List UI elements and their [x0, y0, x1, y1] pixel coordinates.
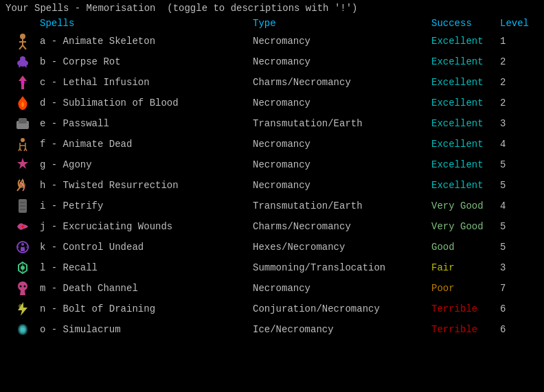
spell-icon-f: [5, 136, 40, 152]
spell-name-d: d - Sublimation of Blood: [40, 97, 253, 108]
svg-point-6: [20, 56, 25, 62]
spell-level-j: 5: [500, 221, 534, 232]
spell-success-k: Good: [431, 242, 500, 253]
spell-type-o: Ice/Necromancy: [253, 324, 431, 335]
table-row[interactable]: i - Petrify Transmutation/Earth Very Goo…: [5, 196, 539, 216]
spell-name-l: l - Recall: [40, 262, 253, 273]
spell-level-o: 6: [500, 324, 534, 335]
svg-point-9: [21, 80, 25, 84]
spell-name-a: a - Animate Skeleton: [40, 36, 253, 47]
table-row[interactable]: f - Animate Dead Necromancy Excellent 4: [5, 135, 539, 154]
spell-type-k: Hexes/Necromancy: [253, 242, 431, 253]
spell-name-c: c - Lethal Infusion: [40, 77, 253, 88]
spell-type-l: Summoning/Translocation: [253, 262, 431, 273]
spell-success-c: Excellent: [431, 77, 500, 88]
header-success: Success: [431, 18, 500, 29]
spell-icon-e: [5, 115, 40, 132]
svg-rect-11: [19, 118, 27, 124]
svg-line-3: [19, 45, 23, 49]
spell-type-b: Necromancy: [253, 56, 431, 67]
spell-type-j: Charms/Necromancy: [253, 221, 431, 232]
table-row[interactable]: o - Simulacrum Ice/Necromancy Terrible 6: [5, 320, 539, 339]
spell-icon-o: [5, 321, 40, 338]
spell-icon-m: [5, 280, 40, 297]
header-type: Type: [253, 18, 431, 29]
spell-success-n: Terrible: [431, 303, 500, 314]
table-row[interactable]: g - Agony Necromancy Excellent 5: [5, 155, 539, 174]
spell-level-a: 1: [500, 36, 534, 47]
svg-point-20: [21, 266, 25, 270]
spell-success-j: Very Good: [431, 221, 500, 232]
spell-type-d: Necromancy: [253, 97, 431, 108]
spell-level-b: 2: [500, 56, 534, 67]
spell-name-g: g - Agony: [40, 159, 253, 170]
spell-success-e: Excellent: [431, 118, 500, 129]
svg-point-0: [20, 34, 25, 39]
table-row[interactable]: l - Recall Summoning/Translocation Fair …: [5, 258, 539, 277]
spell-level-e: 3: [500, 118, 534, 129]
spell-type-n: Conjuration/Necromancy: [253, 303, 431, 314]
spell-level-n: 6: [500, 303, 534, 314]
spell-level-k: 5: [500, 242, 534, 253]
spell-success-i: Very Good: [431, 200, 500, 211]
spell-icon-h: [5, 177, 40, 194]
title-bar: Your Spells - Memorisation (toggle to de…: [5, 3, 539, 14]
spell-icon-j: [5, 218, 40, 235]
spell-name-j: j - Excruciating Wounds: [40, 221, 253, 232]
spell-name-n: n - Bolt of Draining: [40, 303, 253, 314]
table-row[interactable]: h - Twisted Resurrection Necromancy Exce…: [5, 176, 539, 195]
spell-success-l: Fair: [431, 262, 500, 273]
spell-icon-i: [5, 198, 40, 214]
spell-type-h: Necromancy: [253, 180, 431, 191]
spell-type-c: Charms/Necromancy: [253, 77, 431, 88]
svg-line-4: [23, 45, 26, 49]
spell-success-o: Terrible: [431, 324, 500, 335]
spell-level-h: 5: [500, 180, 534, 191]
spell-success-h: Excellent: [431, 180, 500, 191]
spell-level-f: 4: [500, 139, 534, 150]
table-row[interactable]: k - Control Undead Hexes/Necromancy Good…: [5, 238, 539, 257]
spell-success-b: Excellent: [431, 56, 500, 67]
table-row[interactable]: c - Lethal Infusion Charms/Necromancy Ex…: [5, 73, 539, 92]
table-row[interactable]: b - Corpse Rot Necromancy Excellent 2: [5, 52, 539, 71]
spell-name-m: m - Death Channel: [40, 283, 253, 294]
header-level: Level: [500, 18, 534, 29]
spell-icon-a: [5, 33, 40, 49]
spell-name-b: b - Corpse Rot: [40, 56, 253, 67]
spell-type-e: Transmutation/Earth: [253, 118, 431, 129]
spell-icon-b: [5, 54, 40, 70]
spell-name-i: i - Petrify: [40, 200, 253, 211]
spell-name-e: e - Passwall: [40, 118, 253, 129]
spell-level-m: 7: [500, 283, 534, 294]
header-icon-col: [5, 18, 40, 29]
spell-name-k: k - Control Undead: [40, 242, 253, 253]
spell-level-g: 5: [500, 159, 534, 170]
spell-icon-c: [5, 74, 40, 91]
spell-type-g: Necromancy: [253, 159, 431, 170]
spell-type-m: Necromancy: [253, 283, 431, 294]
table-row[interactable]: m - Death Channel Necromancy Poor 7: [5, 279, 539, 298]
spell-level-i: 4: [500, 200, 534, 211]
spell-success-f: Excellent: [431, 139, 500, 150]
svg-point-22: [24, 286, 26, 288]
svg-point-24: [21, 327, 25, 332]
spell-icon-l: [5, 260, 40, 276]
spell-list: a - Animate Skeleton Necromancy Excellen…: [5, 32, 539, 339]
spell-icon-g: [5, 157, 40, 173]
table-row[interactable]: n - Bolt of Draining Conjuration/Necroma…: [5, 299, 539, 319]
table-row[interactable]: d - Sublimation of Blood Necromancy Exce…: [5, 93, 539, 113]
table-header: Spells Type Success Level: [5, 18, 539, 29]
table-row[interactable]: a - Animate Skeleton Necromancy Excellen…: [5, 32, 539, 51]
spell-level-l: 3: [500, 262, 534, 273]
svg-point-19: [21, 243, 24, 246]
spell-name-f: f - Animate Dead: [40, 139, 253, 150]
spell-name-o: o - Simulacrum: [40, 324, 253, 335]
spell-icon-d: [5, 95, 40, 111]
svg-point-12: [21, 138, 25, 142]
spell-name-h: h - Twisted Resurrection: [40, 180, 253, 191]
spell-success-m: Poor: [431, 283, 500, 294]
table-row[interactable]: e - Passwall Transmutation/Earth Excelle…: [5, 114, 539, 133]
spell-type-a: Necromancy: [253, 36, 431, 47]
spell-icon-k: [5, 239, 40, 255]
table-row[interactable]: j - Excruciating Wounds Charms/Necromanc…: [5, 217, 539, 236]
